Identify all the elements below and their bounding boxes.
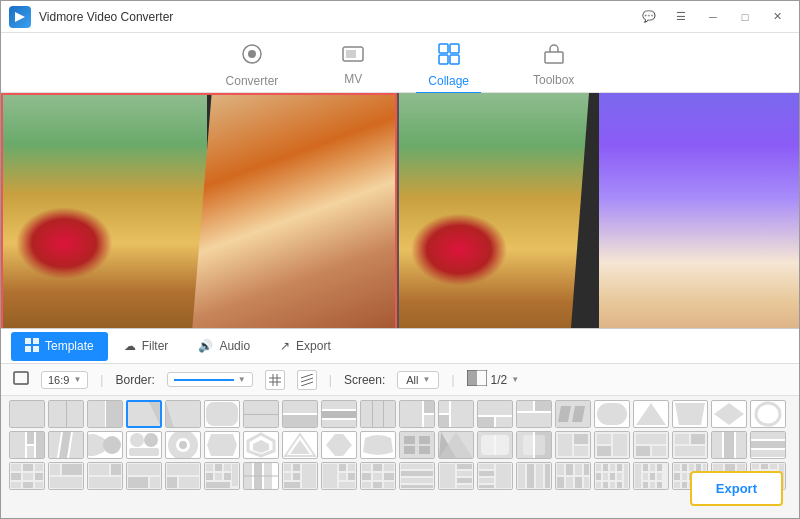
template-29[interactable] bbox=[321, 431, 357, 459]
template-9[interactable] bbox=[321, 400, 357, 428]
template-10[interactable] bbox=[360, 400, 396, 428]
tab-template[interactable]: Template bbox=[11, 332, 108, 361]
tab-collage[interactable]: Collage bbox=[416, 39, 481, 94]
template-18[interactable] bbox=[672, 400, 708, 428]
svg-rect-9 bbox=[545, 52, 563, 63]
export-button[interactable]: Export bbox=[690, 471, 783, 506]
divider2: | bbox=[329, 373, 332, 387]
template-8[interactable] bbox=[282, 400, 318, 428]
template-27[interactable] bbox=[243, 431, 279, 459]
border-diagonal-btn[interactable] bbox=[297, 370, 317, 390]
svg-marker-73 bbox=[326, 434, 352, 456]
template-21[interactable] bbox=[9, 431, 45, 459]
template-52[interactable] bbox=[438, 462, 474, 490]
template-53[interactable] bbox=[477, 462, 513, 490]
template-48[interactable] bbox=[282, 462, 318, 490]
template-5[interactable] bbox=[165, 400, 201, 428]
template-34[interactable] bbox=[516, 431, 552, 459]
template-44[interactable] bbox=[126, 462, 162, 490]
minimize-btn[interactable]: ─ bbox=[699, 6, 727, 28]
svg-rect-14 bbox=[14, 372, 28, 384]
svg-rect-51 bbox=[597, 403, 627, 425]
template-35[interactable] bbox=[555, 431, 591, 459]
template-47[interactable] bbox=[243, 462, 279, 490]
template-22[interactable] bbox=[48, 431, 84, 459]
template-45[interactable] bbox=[165, 462, 201, 490]
tab-audio[interactable]: 🔊 Audio bbox=[184, 333, 264, 359]
template-11[interactable] bbox=[399, 400, 435, 428]
template-33[interactable] bbox=[477, 431, 513, 459]
border-grid-btn[interactable] bbox=[265, 370, 285, 390]
converter-icon bbox=[241, 43, 263, 70]
template-37[interactable] bbox=[633, 431, 669, 459]
tab-export[interactable]: ↗ Export bbox=[266, 333, 345, 359]
template-38[interactable] bbox=[672, 431, 708, 459]
tab-converter[interactable]: Converter bbox=[214, 39, 291, 94]
template-23[interactable] bbox=[87, 431, 123, 459]
half-arrow[interactable]: ▼ bbox=[511, 375, 519, 384]
template-16[interactable] bbox=[594, 400, 630, 428]
svg-rect-117 bbox=[11, 482, 21, 488]
template-24[interactable] bbox=[126, 431, 162, 459]
screen-select[interactable]: All ▼ bbox=[397, 371, 439, 389]
template-43[interactable] bbox=[87, 462, 123, 490]
template-15[interactable] bbox=[555, 400, 591, 428]
template-14[interactable] bbox=[516, 400, 552, 428]
template-7[interactable] bbox=[243, 400, 279, 428]
tab-bar: Template ☁ Filter 🔊 Audio ↗ Export bbox=[1, 329, 799, 364]
template-57[interactable] bbox=[633, 462, 669, 490]
svg-rect-198 bbox=[575, 464, 582, 475]
template-49[interactable] bbox=[321, 462, 357, 490]
template-46[interactable] bbox=[204, 462, 240, 490]
template-13[interactable] bbox=[477, 400, 513, 428]
template-1[interactable] bbox=[9, 400, 45, 428]
template-42[interactable] bbox=[48, 462, 84, 490]
svg-rect-143 bbox=[232, 464, 238, 486]
template-55[interactable] bbox=[555, 462, 591, 490]
template-20[interactable] bbox=[750, 400, 786, 428]
template-31[interactable] bbox=[399, 431, 435, 459]
svg-marker-70 bbox=[253, 440, 269, 453]
svg-rect-125 bbox=[89, 464, 109, 475]
template-36[interactable] bbox=[594, 431, 630, 459]
border-line-select[interactable]: ▼ bbox=[167, 372, 253, 387]
menu-btn[interactable]: ☰ bbox=[667, 6, 695, 28]
message-btn[interactable]: 💬 bbox=[635, 6, 663, 28]
template-54[interactable] bbox=[516, 462, 552, 490]
template-50[interactable] bbox=[360, 462, 396, 490]
tab-template-label: Template bbox=[45, 339, 94, 353]
template-2[interactable] bbox=[48, 400, 84, 428]
template-51[interactable] bbox=[399, 462, 435, 490]
svg-marker-59 bbox=[59, 432, 71, 458]
svg-rect-182 bbox=[457, 478, 472, 483]
template-28[interactable] bbox=[282, 431, 318, 459]
template-32[interactable] bbox=[438, 431, 474, 459]
template-19[interactable] bbox=[711, 400, 747, 428]
ratio-select[interactable]: 16:9 ▼ bbox=[41, 371, 88, 389]
template-12[interactable] bbox=[438, 400, 474, 428]
template-40[interactable] bbox=[750, 431, 786, 459]
template-41[interactable] bbox=[9, 462, 45, 490]
tab-toolbox[interactable]: Toolbox bbox=[521, 40, 586, 93]
tab-filter[interactable]: ☁ Filter bbox=[110, 333, 183, 359]
svg-rect-139 bbox=[224, 464, 231, 471]
svg-rect-206 bbox=[603, 464, 608, 471]
tab-export-label: Export bbox=[296, 339, 331, 353]
template-26[interactable] bbox=[204, 431, 240, 459]
svg-rect-112 bbox=[23, 464, 33, 471]
template-30[interactable] bbox=[360, 431, 396, 459]
template-56[interactable] bbox=[594, 462, 630, 490]
template-3[interactable] bbox=[87, 400, 123, 428]
svg-rect-77 bbox=[404, 446, 415, 454]
svg-rect-255 bbox=[761, 464, 768, 469]
svg-rect-35 bbox=[322, 420, 356, 427]
svg-rect-55 bbox=[27, 432, 34, 444]
template-17[interactable] bbox=[633, 400, 669, 428]
template-4[interactable] bbox=[126, 400, 162, 428]
template-6[interactable] bbox=[204, 400, 240, 428]
maximize-btn[interactable]: □ bbox=[731, 6, 759, 28]
tab-mv[interactable]: MV bbox=[330, 41, 376, 92]
template-25[interactable] bbox=[165, 431, 201, 459]
close-btn[interactable]: ✕ bbox=[763, 6, 791, 28]
template-39[interactable] bbox=[711, 431, 747, 459]
